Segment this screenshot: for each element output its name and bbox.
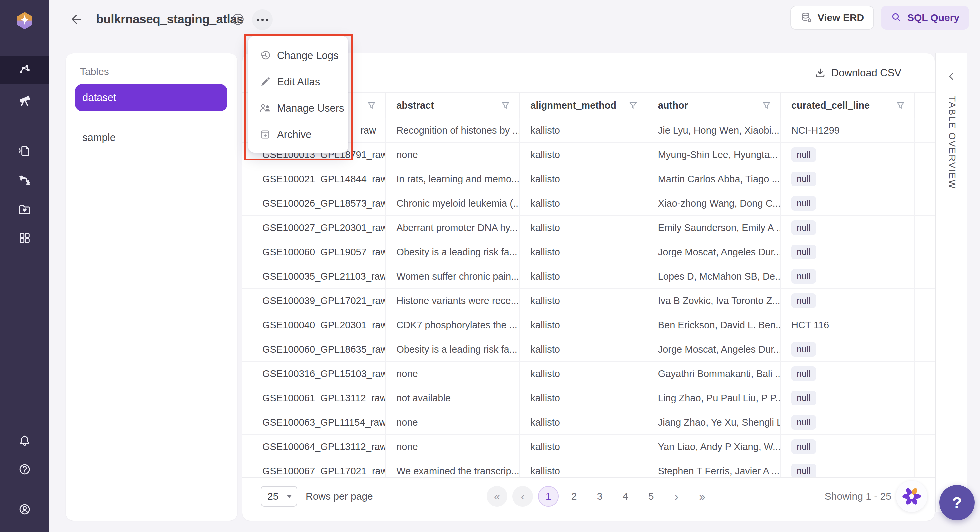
author-cell: Emily Saunderson, Emily A ... [648, 216, 781, 240]
table-row[interactable]: GSE100039_GPL17021_rawHistone variants w… [242, 289, 935, 313]
table-row[interactable]: GSE100067_GPL17021_rawWe examined the tr… [242, 459, 935, 477]
curated-cell-line-cell: null [781, 216, 915, 240]
first-page-button[interactable]: « [487, 486, 508, 507]
column-header-curated-cell-line[interactable]: curated_cell_line [781, 93, 915, 118]
telescope-icon[interactable] [18, 93, 32, 107]
dataset-id-cell: GSE100027_GPL20301_raw [242, 216, 386, 240]
null-badge: null [791, 366, 816, 381]
file-text-icon[interactable] [18, 143, 32, 158]
ellipsis-menu-button[interactable] [252, 10, 273, 30]
prev-page-button[interactable]: ‹ [512, 486, 533, 507]
table-row[interactable]: GSE100061_GPL13112_rawnot availablekalli… [242, 386, 935, 410]
table-row[interactable]: GSE100026_GPL18573_rawChronic myeloid le… [242, 191, 935, 216]
page-button-1[interactable]: 1 [538, 486, 558, 507]
filter-funnel-icon[interactable] [896, 101, 905, 110]
alignment-method-cell: kallisto [520, 118, 647, 142]
dataset-id-cell: GSE100063_GPL11154_raw [242, 410, 386, 434]
download-csv-button[interactable]: Download CSV [831, 67, 901, 79]
column-header-alignment-method[interactable]: alignment_method [520, 93, 647, 118]
abstract-cell: none [386, 435, 520, 459]
null-badge: null [791, 415, 816, 430]
spacer-cell [915, 264, 935, 288]
bell-icon[interactable] [18, 433, 32, 448]
view-erd-button[interactable]: View ERD [790, 6, 874, 30]
table-row[interactable]: GSE100060_GPL19057_rawObesity is a leadi… [242, 240, 935, 264]
filter-funnel-icon[interactable] [367, 101, 376, 110]
flower-logo-icon[interactable] [896, 481, 928, 512]
author-cell: Jie Lyu, Hong Wen, Xiaobi... [648, 118, 781, 142]
null-badge: null [791, 269, 816, 284]
network-icon[interactable] [18, 63, 32, 77]
author-cell: Myung-Shin Lee, Hyungta... [648, 143, 781, 167]
null-badge: null [791, 172, 816, 186]
filter-funnel-icon[interactable] [501, 101, 510, 110]
last-page-button[interactable]: » [692, 486, 713, 507]
sidebar-item-sample[interactable]: sample [75, 124, 228, 151]
curated-cell-line-cell: null [781, 386, 915, 410]
table-row[interactable]: GSE100316_GPL15103_rawnonekallistoGayath… [242, 362, 935, 386]
page-button-4[interactable]: 4 [615, 486, 636, 507]
dataset-id-cell: GSE100039_GPL17021_raw [242, 289, 386, 313]
table-body: rawRecognition of histones by ...kallist… [242, 118, 935, 477]
download-icon [815, 67, 826, 79]
table-row[interactable]: GSE100063_GPL11154_rawnonekallistoJiang … [242, 410, 935, 435]
chevron-left-icon[interactable] [946, 71, 957, 82]
null-badge: null [791, 245, 816, 259]
filter-funnel-icon[interactable] [628, 101, 638, 110]
pipeline-icon[interactable] [18, 173, 32, 187]
dataset-id-cell: GSE100067_GPL17021_raw [242, 459, 386, 477]
dataset-id-cell: GSE100060_GPL19057_raw [242, 240, 386, 264]
spacer-cell [915, 386, 935, 410]
sql-query-button[interactable]: SQL Query [881, 6, 969, 30]
dataset-id-cell: GSE100040_GPL20301_raw [242, 313, 386, 337]
archive-icon [259, 128, 271, 141]
abstract-cell: We examined the transcrip... [386, 459, 520, 477]
table-overview-label: TABLE OVERVIEW [947, 96, 957, 190]
table-overview-rail[interactable]: TABLE OVERVIEW [935, 53, 967, 512]
table-row[interactable]: GSE100021_GPL14844_rawIn rats, learning … [242, 167, 935, 191]
dataset-id-cell: GSE100026_GPL18573_raw [242, 191, 386, 215]
sidebar [0, 0, 49, 532]
page-button-5[interactable]: 5 [641, 486, 661, 507]
curated-cell-line-cell: NCI-H1299 [781, 118, 915, 142]
rows-per-page-select[interactable]: 25 [261, 486, 298, 507]
apps-grid-icon[interactable] [18, 231, 32, 245]
alignment-method-cell: kallisto [520, 362, 647, 385]
column-header-abstract[interactable]: abstract [386, 93, 520, 118]
info-icon[interactable] [232, 13, 244, 25]
sidebar-item-dataset[interactable]: dataset [75, 84, 228, 111]
back-button[interactable] [69, 13, 83, 26]
table-row[interactable]: GSE100040_GPL20301_rawCDK7 phosphorylate… [242, 313, 935, 337]
abstract-cell: Histone variants were rece... [386, 289, 520, 313]
menu-item-change-logs[interactable]: Change Logs [248, 42, 348, 68]
help-fab-button[interactable]: ? [939, 485, 975, 520]
spacer-cell [915, 167, 935, 191]
author-cell: Lopes D, McMahon SB, De... [648, 264, 781, 288]
menu-item-manage-users[interactable]: Manage Users [248, 95, 348, 121]
column-header-author[interactable]: author [648, 93, 781, 118]
account-icon[interactable] [18, 502, 32, 517]
table-row[interactable]: GSE100060_GPL18635_rawObesity is a leadi… [242, 337, 935, 362]
dataset-id-cell: GSE100316_GPL15103_raw [242, 362, 386, 385]
pagination-bar: 25 Rows per page « ‹ 1 2 3 4 5 › » Showi… [242, 477, 935, 521]
page-button-3[interactable]: 3 [589, 486, 610, 507]
next-page-button[interactable]: › [667, 486, 687, 507]
dataset-id-cell: GSE100064_GPL13112_raw [242, 435, 386, 459]
page-button-2[interactable]: 2 [564, 486, 584, 507]
help-icon[interactable] [18, 462, 32, 477]
spacer-cell [915, 410, 935, 434]
table-row[interactable]: GSE100035_GPL21103_rawWomen suffer chron… [242, 264, 935, 289]
filter-funnel-icon[interactable] [762, 101, 771, 110]
app-logo-gem-icon[interactable] [15, 11, 34, 31]
table-row[interactable]: GSE100027_GPL20301_rawAberrant promoter … [242, 216, 935, 240]
author-cell: Gayathri Bommakanti, Bali ... [648, 362, 781, 385]
curated-cell-line-cell: null [781, 410, 915, 434]
menu-item-edit-atlas[interactable]: Edit Atlas [248, 68, 348, 95]
dataset-id-cell: GSE100061_GPL13112_raw [242, 386, 386, 410]
folder-heart-icon[interactable] [18, 202, 32, 217]
author-cell: Ling Zhao, Pu Paul Liu, P P... [648, 386, 781, 410]
curated-cell-line-cell: null [781, 459, 915, 477]
menu-item-archive[interactable]: Archive [248, 121, 348, 148]
alignment-method-cell: kallisto [520, 410, 647, 434]
table-row[interactable]: GSE100064_GPL13112_rawnonekallistoYan Li… [242, 435, 935, 459]
